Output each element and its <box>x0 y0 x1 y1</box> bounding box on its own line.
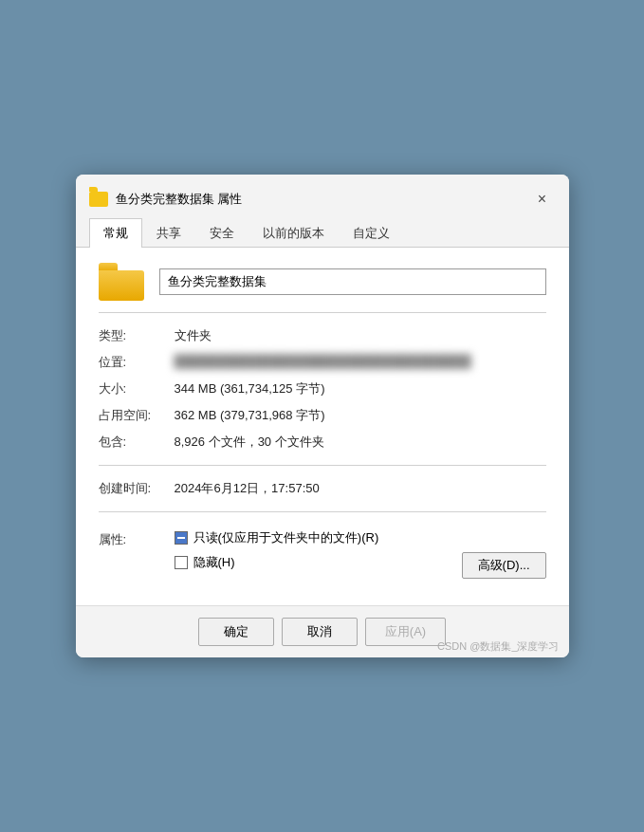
divider-2 <box>99 465 546 466</box>
size-label: 大小: <box>99 380 175 398</box>
contains-row: 包含: 8,926 个文件，30 个文件夹 <box>99 429 546 455</box>
tab-security[interactable]: 安全 <box>195 218 248 248</box>
tab-bar: 常规 共享 安全 以前的版本 自定义 <box>76 218 569 248</box>
type-value: 文件夹 <box>175 327 546 344</box>
attr-row: 属性: 只读(仅应用于文件夹中的文件)(R) 隐藏(H) <box>99 529 546 579</box>
folder-icon <box>89 192 108 207</box>
created-value: 2024年6月12日，17:57:50 <box>175 480 546 497</box>
checkbox-area: 只读(仅应用于文件夹中的文件)(R) 隐藏(H) 高级(D)... <box>175 529 546 579</box>
hidden-checkbox[interactable] <box>175 556 188 569</box>
cancel-button[interactable]: 取消 <box>282 618 358 646</box>
size-row: 大小: 344 MB (361,734,125 字节) <box>99 376 546 402</box>
dash-icon <box>177 537 185 539</box>
type-label: 类型: <box>99 327 175 344</box>
tab-share[interactable]: 共享 <box>142 218 195 248</box>
apply-button[interactable]: 应用(A) <box>365 618 446 646</box>
advanced-button[interactable]: 高级(D)... <box>462 552 546 579</box>
ok-button[interactable]: 确定 <box>198 618 274 646</box>
hidden-checkbox-row: 隐藏(H) <box>175 554 235 571</box>
divider-3 <box>99 511 546 512</box>
created-label: 创建时间: <box>99 480 175 497</box>
location-value: ██████████████████████████████████ <box>175 354 546 368</box>
disk-size-row: 占用空间: 362 MB (379,731,968 字节) <box>99 402 546 429</box>
title-bar: 鱼分类完整数据集 属性 × <box>76 175 569 214</box>
contains-label: 包含: <box>99 434 175 451</box>
attributes-section: 属性: 只读(仅应用于文件夹中的文件)(R) 隐藏(H) <box>99 522 546 590</box>
folder-header <box>99 263 546 301</box>
tab-content: 类型: 文件夹 位置: ████████████████████████████… <box>76 248 569 605</box>
location-row: 位置: ██████████████████████████████████ <box>99 349 546 376</box>
disk-size-value: 362 MB (379,731,968 字节) <box>175 407 546 424</box>
contains-value: 8,926 个文件，30 个文件夹 <box>175 434 546 451</box>
created-row: 创建时间: 2024年6月12日，17:57:50 <box>99 475 546 502</box>
hidden-label: 隐藏(H) <box>193 554 235 571</box>
properties-dialog: 鱼分类完整数据集 属性 × 常规 共享 安全 以前的版本 自定义 <box>76 175 569 657</box>
disk-size-label: 占用空间: <box>99 407 175 424</box>
location-label: 位置: <box>99 354 175 371</box>
readonly-checkbox[interactable] <box>175 531 188 545</box>
attr-label: 属性: <box>99 529 175 548</box>
close-button[interactable]: × <box>529 186 556 213</box>
tab-general[interactable]: 常规 <box>89 218 142 248</box>
size-value: 344 MB (361,734,125 字节) <box>175 380 546 398</box>
watermark: CSDN @数据集_深度学习 <box>437 639 560 654</box>
readonly-checkbox-row: 只读(仅应用于文件夹中的文件)(R) <box>175 529 546 546</box>
dialog-title: 鱼分类完整数据集 属性 <box>116 191 529 208</box>
divider-1 <box>99 312 546 313</box>
folder-icon-large <box>99 263 144 301</box>
tab-custom[interactable]: 自定义 <box>339 218 404 248</box>
tab-previous-versions[interactable]: 以前的版本 <box>248 218 339 248</box>
readonly-label: 只读(仅应用于文件夹中的文件)(R) <box>193 529 379 546</box>
properties-table: 类型: 文件夹 位置: ████████████████████████████… <box>99 323 546 455</box>
type-row: 类型: 文件夹 <box>99 323 546 349</box>
folder-name-input[interactable] <box>159 268 546 295</box>
